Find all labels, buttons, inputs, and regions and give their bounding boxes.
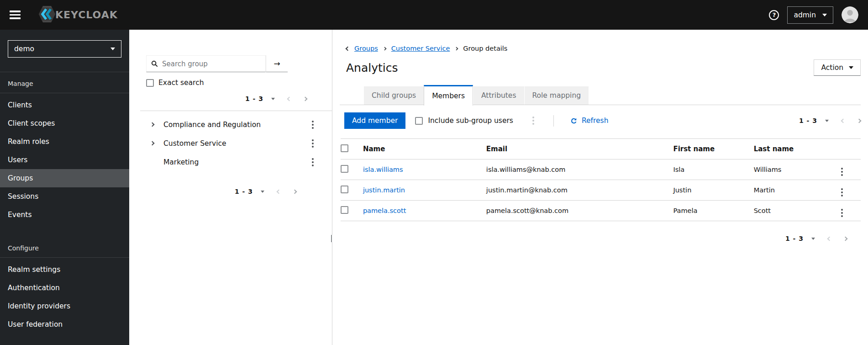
side-nav: demo Manage Clients Client scopes Realm … <box>0 30 129 345</box>
breadcrumb-link-groups[interactable]: Groups <box>354 45 378 52</box>
refresh-button[interactable]: Refresh <box>570 117 609 125</box>
members-table: Name Email First name Last name isla.wil… <box>341 138 861 221</box>
toolbar-kebab-menu-icon[interactable] <box>532 117 534 125</box>
pagination-range: 1 - 3 <box>799 117 817 124</box>
user-menu-dropdown[interactable]: admin <box>787 6 833 24</box>
table-row: pamela.scott pamela.scott@knab.com Pamel… <box>341 201 861 221</box>
chevron-right-icon <box>150 141 155 146</box>
pagination-prev-button[interactable] <box>277 190 280 193</box>
row-checkbox[interactable] <box>341 206 348 214</box>
kebab-menu-icon[interactable] <box>312 139 314 148</box>
refresh-label: Refresh <box>582 117 609 125</box>
sidebar-item-events[interactable]: Events <box>0 206 129 224</box>
column-header-name: Name <box>363 139 486 159</box>
pagination-next-button[interactable] <box>844 237 847 240</box>
group-search-box <box>146 55 266 72</box>
select-all-checkbox[interactable] <box>341 144 348 152</box>
member-last-name: Martin <box>754 180 842 201</box>
group-details-content: Groups Customer Service Group details An… <box>332 30 868 345</box>
toolbar-pagination: 1 - 3 <box>799 117 861 124</box>
sidebar-item-client-scopes[interactable]: Client scopes <box>0 114 129 133</box>
kebab-menu-icon[interactable] <box>312 158 314 166</box>
include-subgroups-checkbox[interactable] <box>415 117 423 125</box>
keycloak-admin-console: KEYCLOAK ? admin demo Manag <box>0 0 868 345</box>
sidebar-item-user-federation[interactable]: User federation <box>0 315 129 334</box>
member-email: justin.martin@knab.com <box>486 180 673 201</box>
expand-toggle[interactable] <box>151 123 159 126</box>
group-name-link[interactable]: Customer Service <box>163 139 226 148</box>
action-label: Action <box>821 64 843 72</box>
pagination-next-button[interactable] <box>304 97 307 101</box>
group-search-control: → <box>146 55 288 72</box>
pagination-options-toggle[interactable] <box>811 238 815 240</box>
pagination-next-button[interactable] <box>857 119 861 122</box>
tab-child-groups[interactable]: Child groups <box>363 86 424 105</box>
include-subgroups-label: Include sub-group users <box>428 117 513 125</box>
help-icon[interactable]: ? <box>769 10 779 20</box>
sidebar-item-authentication[interactable]: Authentication <box>0 279 129 297</box>
pagination-range: 1 - 3 <box>785 235 804 242</box>
sidebar-item-realm-roles[interactable]: Realm roles <box>0 133 129 151</box>
member-username-link[interactable]: pamela.scott <box>363 207 406 214</box>
include-subgroups-control: Include sub-group users <box>415 117 513 125</box>
avatar <box>842 6 858 23</box>
row-checkbox[interactable] <box>341 186 348 193</box>
chevron-left-icon <box>287 96 292 101</box>
masthead-right: ? admin <box>769 6 858 24</box>
member-username-link[interactable]: isla.williams <box>363 166 403 173</box>
pagination-options-toggle[interactable] <box>261 191 264 193</box>
pagination-prev-button[interactable] <box>828 237 831 240</box>
chevron-right-icon <box>150 122 155 127</box>
keycloak-logo: KEYCLOAK <box>37 4 118 27</box>
row-kebab-menu-icon[interactable] <box>841 168 843 176</box>
tab-role-mapping[interactable]: Role mapping <box>524 86 589 105</box>
add-member-button[interactable]: Add member <box>344 112 405 129</box>
row-kebab-menu-icon[interactable] <box>841 188 843 196</box>
search-group-input[interactable] <box>162 60 261 68</box>
pagination-options-toggle[interactable] <box>825 120 829 122</box>
action-dropdown-button[interactable]: Action <box>814 59 861 76</box>
breadcrumb-separator-icon <box>455 47 458 50</box>
sidebar-item-groups[interactable]: Groups <box>0 169 129 187</box>
breadcrumb-back-icon[interactable] <box>346 47 349 50</box>
pagination-prev-button[interactable] <box>288 97 291 101</box>
member-last-name: Williams <box>754 159 842 180</box>
expand-toggle[interactable] <box>151 142 159 145</box>
group-name-link[interactable]: Marketing <box>163 158 199 166</box>
tab-attributes[interactable]: Attributes <box>473 86 524 105</box>
brand-wordmark: KEYCLOAK <box>55 9 118 21</box>
row-kebab-menu-icon[interactable] <box>841 209 843 217</box>
nav-list-configure: Realm settings Authentication Identity p… <box>0 258 129 334</box>
row-checkbox[interactable] <box>341 165 348 173</box>
groups-tree-panel: → Exact search 1 - 3 Compliance and Regu… <box>129 30 332 345</box>
sidebar-item-clients[interactable]: Clients <box>0 96 129 114</box>
sidebar-item-realm-settings[interactable]: Realm settings <box>0 260 129 279</box>
exact-search-checkbox[interactable] <box>146 79 154 87</box>
toolbar-divider <box>553 115 554 127</box>
realm-selector-dropdown[interactable]: demo <box>8 40 121 58</box>
pagination-prev-button[interactable] <box>842 119 845 122</box>
nav-list-manage: Clients Client scopes Realm roles Users … <box>0 93 129 224</box>
sidebar-item-users[interactable]: Users <box>0 151 129 169</box>
pagination-options-toggle[interactable] <box>271 98 275 100</box>
group-tabs: Child groups Members Attributes Role map… <box>341 86 861 106</box>
search-submit-button[interactable]: → <box>266 55 288 72</box>
chevron-left-icon <box>841 118 846 123</box>
tab-members[interactable]: Members <box>424 85 473 106</box>
exact-search-control: Exact search <box>146 79 332 87</box>
breadcrumb-link-customer-service[interactable]: Customer Service <box>391 45 450 52</box>
member-last-name: Scott <box>754 201 842 221</box>
group-name-link[interactable]: Compliance and Regulation <box>163 121 261 129</box>
sidebar-item-identity-providers[interactable]: Identity providers <box>0 297 129 315</box>
table-header-row: Name Email First name Last name <box>341 139 861 159</box>
kebab-menu-icon[interactable] <box>312 121 314 129</box>
tree-item-marketing: Marketing <box>129 153 332 171</box>
column-header-email: Email <box>486 139 673 159</box>
pagination-next-button[interactable] <box>293 190 296 193</box>
member-username-link[interactable]: justin.martin <box>363 186 405 194</box>
hamburger-icon[interactable] <box>10 11 21 19</box>
pagination-range: 1 - 3 <box>245 95 263 102</box>
breadcrumb-current: Group details <box>463 45 507 52</box>
tree-divider <box>140 111 332 111</box>
sidebar-item-sessions[interactable]: Sessions <box>0 187 129 206</box>
